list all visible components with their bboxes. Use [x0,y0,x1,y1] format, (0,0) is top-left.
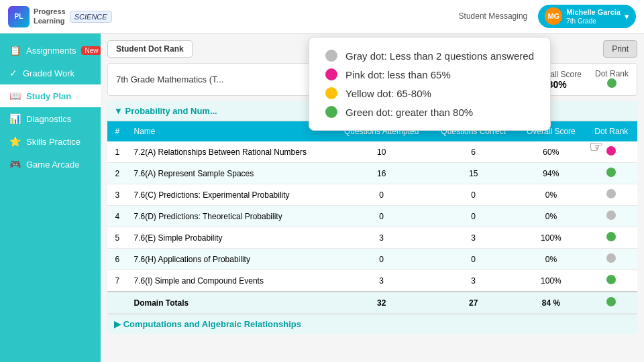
header: PL Progress Learning SCIENCE Student Mes… [0,0,644,34]
sidebar-item-label: Skills Practice [26,137,80,147]
cell-attempted: 0 [333,184,430,206]
student-dot-rank-button[interactable]: Student Dot Rank [107,40,193,58]
cell-score: 0% [517,206,585,227]
dot-rank-label: Dot Rank [595,69,629,78]
cell-num: 3 [107,184,127,206]
sidebar-item-study-plan[interactable]: 📖 Study Plan [0,84,101,107]
tooltip-dot [325,87,337,99]
domain2-header[interactable]: ▶ Computations and Algebraic Relationshi… [107,314,637,334]
graded-work-icon: ✓ [9,68,17,78]
cell-correct: 0 [430,249,517,270]
totals-dot-indicator [606,297,616,306]
skills-practice-icon: ⭐ [9,136,21,147]
app-logo-text: Progress Learning [34,7,66,25]
game-arcade-icon: 🎮 [9,159,21,170]
logo-area: PL Progress Learning SCIENCE [8,6,112,27]
new-badge: New [81,46,101,55]
cursor-icon: ☞ [589,137,604,156]
tooltip-text: Green dot: greater than 80% [345,107,473,118]
user-grade: 7th Grade [566,17,621,25]
cell-name: 7.6(H) Applications of Probability [127,249,333,270]
dot-indicator [606,210,616,220]
cell-correct: 0 [430,206,517,227]
tooltip-row: Pink dot: less than 65% [325,68,534,80]
tooltip-text: Pink dot: less than 65% [345,69,451,80]
totals-empty [107,292,127,314]
tooltip-text: Gray dot: Less than 2 questions answered [345,50,534,62]
cell-attempted: 16 [333,163,430,184]
cell-score: 100% [517,227,585,249]
user-menu[interactable]: MG Michelle Garcia 7th Grade ▾ [538,5,636,28]
cell-correct: 3 [430,227,517,249]
cell-score: 60% [517,141,585,163]
totals-attempted: 32 [333,292,430,314]
cell-attempted: 10 [333,141,430,163]
cell-score: 0% [517,184,585,206]
cell-name: 7.6(C) Predictions: Experimental Probabi… [127,184,333,206]
totals-score: 84 % [517,292,585,314]
totals-label: Domain Totals [127,292,333,314]
cell-dot [586,227,637,249]
layout: 📋 Assignments New ✓ Graded Work 📖 Study … [0,34,644,362]
tooltip-text: Yellow dot: 65-80% [345,88,431,99]
domain2-title: Computations and Algebraic Relationships [123,319,301,329]
user-name: Michelle Garcia [566,7,621,17]
tooltip-row: Gray dot: Less than 2 questions answered [325,50,534,62]
cell-dot [586,270,637,292]
dot-indicator [606,189,616,198]
print-button[interactable]: Print [603,40,637,58]
cell-correct: 0 [430,184,517,206]
cell-name: 7.6(I) Simple and Compound Events [127,270,333,292]
sidebar-item-assignments[interactable]: 📋 Assignments New [0,39,101,62]
tooltip-dot [325,68,337,80]
science-logo: SCIENCE [70,11,112,23]
table-row[interactable]: 4 7.6(D) Predictions: Theoretical Probab… [107,206,637,227]
sidebar-item-graded-work[interactable]: ✓ Graded Work [0,62,101,84]
domain1-table: # Name Questions Attempted Questions Cor… [107,121,637,314]
cell-name: 7.6(E) Simple Probability [127,227,333,249]
tooltip-row: Yellow dot: 65-80% [325,87,534,99]
cell-name: 7.2(A) Relationships Between Rational Nu… [127,141,333,163]
domain1-arrow: ▼ [114,106,125,116]
table-row[interactable]: 2 7.6(A) Represent Sample Spaces 16 15 9… [107,163,637,184]
dot-rank-block: Dot Rank [595,69,629,90]
sidebar-item-label: Game Arcade [26,160,80,170]
cell-correct: 6 [430,141,517,163]
cell-correct: 3 [430,270,517,292]
tooltip-dot [325,50,337,62]
main-content: Student Dot Rank Print 7th Grade Mathema… [101,34,644,362]
table-row[interactable]: 7 7.6(I) Simple and Compound Events 3 3 … [107,270,637,292]
cell-num: 7 [107,270,127,292]
table-row[interactable]: 3 7.6(C) Predictions: Experimental Proba… [107,184,637,206]
cell-num: 4 [107,206,127,227]
cell-num: 6 [107,249,127,270]
dot-indicator [606,275,616,284]
cell-attempted: 3 [333,227,430,249]
tooltip-dot [325,106,337,118]
cell-dot [586,206,637,227]
totals-dot [586,292,637,314]
sidebar-item-diagnostics[interactable]: 📊 Diagnostics [0,107,101,130]
table-row[interactable]: 1 7.2(A) Relationships Between Rational … [107,141,637,163]
cell-attempted: 3 [333,270,430,292]
cell-dot [586,184,637,206]
domain2-arrow: ▶ [114,319,123,329]
cell-correct: 15 [430,163,517,184]
cell-name: 7.6(D) Predictions: Theoretical Probabil… [127,206,333,227]
chevron-down-icon: ▾ [625,11,629,21]
table-row[interactable]: 6 7.6(H) Applications of Probability 0 0… [107,249,637,270]
cell-score: 100% [517,270,585,292]
user-info: Michelle Garcia 7th Grade [566,7,621,25]
table-row[interactable]: 5 7.6(E) Simple Probability 3 3 100% [107,227,637,249]
domain1-title: Probability and Num... [125,106,217,116]
overall-dot-rank [607,78,616,88]
cell-attempted: 0 [333,249,430,270]
student-messaging-link[interactable]: Student Messaging [459,11,528,21]
cell-dot [586,249,637,270]
col-num: # [107,121,127,141]
sidebar-item-skills-practice[interactable]: ⭐ Skills Practice [0,130,101,153]
diagnostics-icon: 📊 [9,113,21,124]
dot-indicator [606,253,616,263]
sidebar-item-game-arcade[interactable]: 🎮 Game Arcade [0,153,101,176]
cell-dot [586,163,637,184]
